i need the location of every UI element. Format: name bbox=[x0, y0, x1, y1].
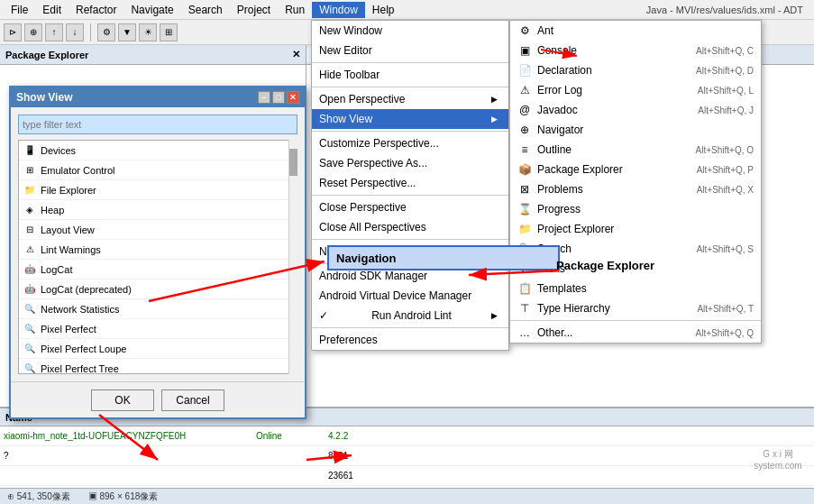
javadoc-icon: @ bbox=[517, 103, 532, 117]
show-view-submenu: ⚙ Ant ▣ Console Alt+Shift+Q, C 📄 Declara… bbox=[509, 20, 762, 344]
progress-icon: ⌛ bbox=[517, 202, 532, 216]
menu-sep-1 bbox=[312, 62, 508, 63]
sv-error-log[interactable]: ⚠ Error Log Alt+Shift+Q, L bbox=[510, 80, 761, 100]
sv-outline[interactable]: ≡ Outline Alt+Shift+Q, O bbox=[510, 140, 761, 160]
toolbar-btn-1[interactable]: ⊳ bbox=[4, 23, 22, 41]
list-item-pixel-perfect[interactable]: 🔍 Pixel Perfect bbox=[19, 319, 297, 339]
sv-declaration[interactable]: 📄 Declaration Alt+Shift+Q, D bbox=[510, 60, 761, 80]
menu-hide-toolbar[interactable]: Hide Toolbar bbox=[312, 65, 508, 85]
sv-project-explorer[interactable]: 📁 Project Explorer bbox=[510, 219, 761, 239]
list-item-file-explorer[interactable]: 📁 File Explorer bbox=[19, 180, 297, 200]
menu-android-avd[interactable]: Android Virtual Device Manager bbox=[312, 286, 508, 306]
menu-sep-3 bbox=[312, 131, 508, 132]
sv-console[interactable]: ▣ Console Alt+Shift+Q, C bbox=[510, 41, 761, 60]
menu-navigate[interactable]: Navigate bbox=[123, 2, 180, 18]
sv-javadoc[interactable]: @ Javadoc Alt+Shift+Q, J bbox=[510, 100, 761, 120]
package-explorer-close[interactable]: ✕ bbox=[292, 49, 300, 60]
filter-input[interactable] bbox=[18, 115, 297, 134]
menu-new-window[interactable]: New Window bbox=[312, 21, 508, 41]
menu-show-view[interactable]: Show View bbox=[312, 109, 508, 129]
navigation-highlight: Navigation bbox=[327, 245, 560, 270]
toolbar-btn-5[interactable]: ⚙ bbox=[97, 23, 115, 41]
list-item-layout-view[interactable]: ⊟ Layout View bbox=[19, 220, 297, 240]
sv-navigator[interactable]: ⊕ Navigator bbox=[510, 120, 761, 140]
ok-button[interactable]: OK bbox=[91, 389, 154, 411]
table-row: 23661 bbox=[0, 466, 814, 486]
sv-problems[interactable]: ⊠ Problems Alt+Shift+Q, X bbox=[510, 179, 761, 199]
cancel-button[interactable]: Cancel bbox=[161, 389, 224, 411]
file-explorer-icon: 📁 bbox=[23, 183, 37, 197]
sv-type-hierarchy[interactable]: ⊤ Type Hierarchy Alt+Shift+Q, T bbox=[510, 298, 761, 318]
sv-package-explorer[interactable]: 📦 Package Explorer Alt+Shift+Q, P bbox=[510, 160, 761, 179]
table-row: ? 8981 bbox=[0, 446, 814, 466]
menu-open-perspective[interactable]: Open Perspective bbox=[312, 89, 508, 109]
device-icon: 📱 bbox=[23, 143, 37, 158]
menu-new-editor[interactable]: New Editor bbox=[312, 41, 508, 60]
toolbar-btn-2[interactable]: ⊕ bbox=[24, 23, 42, 41]
logcat-icon: 🤖 bbox=[23, 262, 37, 277]
sv-other[interactable]: … Other... Alt+Shift+Q, Q bbox=[510, 323, 761, 343]
sv-templates[interactable]: 📋 Templates bbox=[510, 279, 761, 298]
show-view-list: 📱 Devices ⊞ Emulator Control 📁 File Expl… bbox=[18, 140, 297, 374]
menu-customize-perspective[interactable]: Customize Perspective... bbox=[312, 133, 508, 153]
dialog-maximize-btn[interactable]: □ bbox=[272, 91, 285, 104]
menu-help[interactable]: Help bbox=[365, 2, 402, 18]
list-item-heap[interactable]: ◈ Heap bbox=[19, 200, 297, 220]
toolbar-btn-6[interactable]: ▼ bbox=[118, 23, 136, 41]
problems-icon: ⊠ bbox=[517, 182, 532, 197]
status-bar: ⊕ 541, 350像素 ▣ 896 × 618像素 bbox=[0, 488, 814, 504]
menu-close-perspective[interactable]: Close Perspective bbox=[312, 197, 508, 217]
dialog-minimize-btn[interactable]: − bbox=[258, 91, 270, 104]
menu-preferences[interactable]: Preferences bbox=[312, 330, 508, 350]
dialog-close-btn[interactable]: ✕ bbox=[287, 91, 299, 104]
menu-reset-perspective[interactable]: Reset Perspective... bbox=[312, 173, 508, 193]
menu-search[interactable]: Search bbox=[181, 2, 230, 18]
toolbar-btn-4[interactable]: ↓ bbox=[66, 23, 84, 41]
list-item-network-statistics[interactable]: 🔍 Network Statistics bbox=[19, 299, 297, 319]
menu-file[interactable]: File bbox=[4, 2, 35, 18]
menu-run-android-lint[interactable]: ✓ Run Android Lint bbox=[312, 306, 508, 325]
menu-close-all-perspectives[interactable]: Close All Perspectives bbox=[312, 217, 508, 237]
menu-run[interactable]: Run bbox=[278, 2, 312, 18]
package-explorer-highlight: Package Explorer bbox=[556, 259, 654, 272]
toolbar-btn-3[interactable]: ↑ bbox=[45, 23, 63, 41]
list-item-emulator[interactable]: ⊞ Emulator Control bbox=[19, 160, 297, 180]
device-api-3: 23661 bbox=[328, 471, 382, 481]
list-item-devices[interactable]: 📱 Devices bbox=[19, 141, 297, 160]
menu-window[interactable]: Window bbox=[312, 2, 365, 18]
package-explorer-header: Package Explorer ✕ bbox=[0, 45, 306, 65]
other-icon: … bbox=[517, 325, 532, 340]
sv-progress[interactable]: ⌛ Progress bbox=[510, 199, 761, 219]
dialog-title-buttons: − □ ✕ bbox=[258, 91, 299, 104]
pkg-exp-icon: 📦 bbox=[517, 162, 532, 177]
list-item-pixel-perfect-tree[interactable]: 🔍 Pixel Perfect Tree bbox=[19, 359, 297, 374]
package-explorer-sv-label: Package Explorer bbox=[556, 259, 654, 272]
outline-icon: ≡ bbox=[517, 142, 532, 157]
menu-project[interactable]: Project bbox=[230, 2, 278, 18]
lint-icon: ⚠ bbox=[23, 243, 37, 257]
menu-sep-2 bbox=[312, 87, 508, 87]
navigation-label: Navigation bbox=[336, 252, 396, 265]
list-scrollbar[interactable] bbox=[288, 140, 297, 374]
list-item-logcat[interactable]: 🤖 LogCat bbox=[19, 260, 297, 279]
list-item-pixel-perfect-loupe[interactable]: 🔍 Pixel Perfect Loupe bbox=[19, 339, 297, 359]
device-name-1: xiaomi-hm_note_1td-UOFUEACYNZFQFE0H bbox=[4, 431, 256, 441]
toolbar-btn-7[interactable]: ☀ bbox=[139, 23, 157, 41]
templates-icon: 📋 bbox=[517, 281, 532, 296]
emulator-icon: ⊞ bbox=[23, 163, 37, 178]
sv-ant[interactable]: ⚙ Ant bbox=[510, 21, 761, 41]
menu-sep-5 bbox=[312, 239, 508, 240]
watermark: G x i 网system.com bbox=[742, 432, 814, 486]
watermark-text: G x i 网system.com bbox=[754, 448, 801, 471]
toolbar-btn-8[interactable]: ⊞ bbox=[160, 23, 178, 41]
menu-edit[interactable]: Edit bbox=[35, 2, 69, 18]
type-hierarchy-icon: ⊤ bbox=[517, 301, 532, 316]
menu-refactor[interactable]: Refactor bbox=[69, 2, 123, 18]
device-version-1: 4.2.2 bbox=[328, 431, 382, 441]
menu-sep-4 bbox=[312, 195, 508, 196]
dialog-title: Show View bbox=[16, 91, 72, 104]
pixel-perfect-loupe-icon: 🔍 bbox=[23, 342, 37, 356]
list-item-logcat-deprecated[interactable]: 🤖 LogCat (deprecated) bbox=[19, 279, 297, 299]
list-item-lint-warnings[interactable]: ⚠ Lint Warnings bbox=[19, 240, 297, 260]
menu-save-perspective[interactable]: Save Perspective As... bbox=[312, 153, 508, 173]
